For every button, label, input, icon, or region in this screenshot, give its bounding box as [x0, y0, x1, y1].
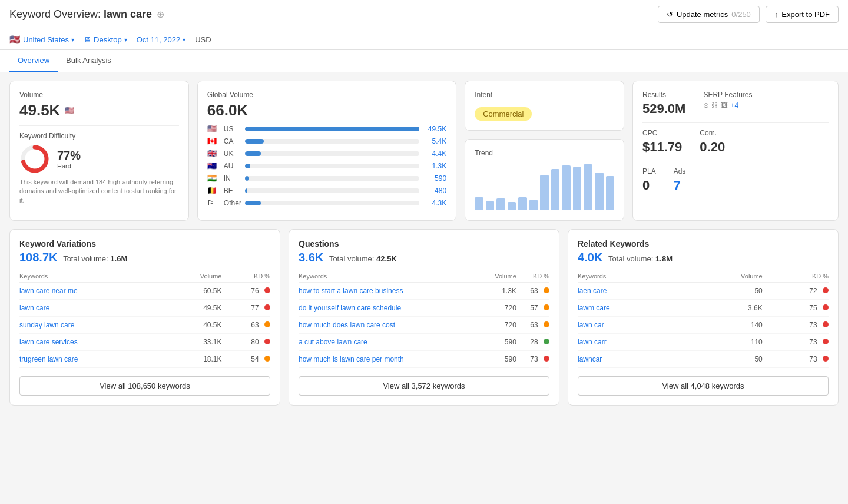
kw-link[interactable]: how to start a lawn care business [299, 287, 403, 295]
questions-count: 3.6K [299, 251, 323, 264]
kd-dot-orange [264, 356, 270, 362]
pla-label: PLA [642, 167, 656, 175]
trend-bar-chart [475, 163, 614, 210]
intent-card: Intent Commercial [465, 81, 624, 131]
kd-dot-orange [544, 304, 549, 310]
col-volume-header: Volume [167, 270, 222, 283]
col-keywords-header: Keywords [19, 270, 167, 283]
results-serp-row: Results 529.0M SERP Features ⊙ ⛓ 🖼 +4 [642, 91, 829, 117]
cpc-block: CPC $11.79 [642, 129, 682, 155]
trend-bar-13 [606, 176, 615, 210]
trend-label: Trend [475, 149, 614, 157]
kd-dot-red [264, 287, 270, 293]
kw-link[interactable]: how much is lawn care per month [299, 355, 404, 363]
col-keywords-header: Keywords [299, 270, 479, 283]
update-metrics-button[interactable]: ↺ Update metrics 0/250 [658, 6, 760, 23]
us-bar-track [245, 127, 419, 131]
questions-title: Questions [299, 239, 549, 248]
device-filter[interactable]: 🖥 Desktop ▾ [84, 35, 127, 44]
table-row: laen care 50 72 [578, 283, 829, 300]
intent-badge: Commercial [475, 107, 532, 121]
cpc-value: $11.79 [642, 140, 682, 155]
pla-value: 0 [642, 178, 656, 193]
trend-bar-3 [496, 198, 505, 210]
ads-label: Ads [674, 167, 686, 175]
kd-section: Keyword Difficulty 77% Hard This keyword… [19, 132, 179, 205]
country-filter[interactable]: 🇺🇸 United States ▾ [9, 34, 74, 45]
kw-link[interactable]: lawn car [578, 321, 604, 329]
export-pdf-button[interactable]: ↑ Export to PDF [766, 6, 839, 23]
page-title: Keyword Overview: lawn care [9, 8, 152, 21]
kw-link[interactable]: lawn care [19, 304, 49, 312]
keyword-variations-card: Keyword Variations 108.7K Total volume: … [9, 229, 280, 406]
kw-link[interactable]: lawm care [578, 304, 610, 312]
ads-block: Ads 7 [674, 167, 686, 193]
serp-location-icon: ⊙ [703, 101, 709, 110]
ads-value: 7 [674, 178, 686, 193]
tab-bulk-analysis[interactable]: Bulk Analysis [58, 50, 120, 72]
cpc-label: CPC [642, 129, 682, 137]
kw-variations-title: Keyword Variations [19, 239, 270, 248]
kw-link[interactable]: a cut above lawn care [299, 338, 367, 346]
kd-description: This keyword will demand 184 high-author… [19, 178, 179, 205]
kw-link[interactable]: do it yourself lawn care schedule [299, 304, 401, 312]
device-chevron-icon: ▾ [124, 37, 127, 43]
kd-dot-red [823, 339, 829, 344]
kw-variations-table: Keywords Volume KD % lawn care near me 6… [19, 270, 270, 368]
serp-image-icon: 🖼 [721, 101, 728, 110]
kw-link[interactable]: laen care [578, 287, 607, 295]
bottom-row: Keyword Variations 108.7K Total volume: … [9, 229, 839, 406]
kw-link[interactable]: sunday lawn care [19, 321, 74, 329]
kd-level: Hard [57, 163, 81, 170]
top-bar-left: Keyword Overview: lawn care ⊕ [9, 8, 164, 21]
view-all-kw-variations-button[interactable]: View all 108,650 keywords [19, 376, 270, 396]
kw-variations-total: Total volume: 1.6M [63, 254, 127, 263]
currency-label: USD [195, 35, 211, 44]
com-block: Com. 0.20 [700, 129, 725, 155]
table-row: lawn care near me 60.5K 76 [19, 283, 270, 300]
view-all-related-button[interactable]: View all 4,048 keywords [578, 376, 829, 396]
kd-dot-red [544, 356, 549, 362]
top-bar: Keyword Overview: lawn care ⊕ ↺ Update m… [0, 0, 848, 29]
kd-label: Keyword Difficulty [19, 132, 179, 140]
kd-dot-red [823, 287, 829, 293]
add-keyword-icon[interactable]: ⊕ [157, 9, 164, 20]
kd-dot-orange [544, 321, 549, 327]
kw-link[interactable]: lawncar [578, 355, 602, 363]
gv-row-be: 🇧🇪 BE 480 [207, 186, 446, 195]
related-keywords-table: Keywords Volume KD % laen care 50 72 law… [578, 270, 829, 368]
related-keywords-title: Related Keywords [578, 239, 829, 248]
table-row: lawncar 50 73 [578, 351, 829, 368]
kw-link[interactable]: lawn carr [578, 338, 607, 346]
kd-dot-red [823, 356, 829, 362]
trend-card: Trend [465, 139, 624, 221]
table-row: lawn car 140 73 [578, 317, 829, 334]
table-row: trugreen lawn care 18.1K 54 [19, 351, 270, 368]
col-kd-header: KD % [221, 270, 270, 283]
kw-link[interactable]: trugreen lawn care [19, 355, 78, 363]
country-chevron-icon: ▾ [71, 37, 74, 43]
table-row: sunday lawn care 40.5K 63 [19, 317, 270, 334]
trend-bar-10 [573, 167, 582, 210]
tab-overview[interactable]: Overview [9, 50, 58, 72]
kw-link[interactable]: how much does lawn care cost [299, 321, 395, 329]
kd-dot-orange [264, 321, 270, 327]
com-label: Com. [700, 129, 725, 137]
kd-dot-red [264, 304, 270, 310]
global-volume-value: 66.0K [207, 101, 446, 120]
pla-ads-row: PLA 0 Ads 7 [642, 167, 829, 193]
date-filter[interactable]: Oct 11, 2022 ▾ [137, 35, 186, 44]
gv-row-ca: 🇨🇦 CA 5.4K [207, 137, 446, 145]
trend-bar-12 [595, 173, 604, 210]
trend-bar-5 [518, 197, 527, 210]
view-all-questions-button[interactable]: View all 3,572 keywords [299, 376, 549, 396]
table-row: lawn carr 110 73 [578, 334, 829, 351]
us-bar-fill [245, 127, 419, 131]
serp-block: SERP Features ⊙ ⛓ 🖼 +4 [703, 91, 752, 117]
trend-bar-8 [551, 169, 560, 210]
kw-link[interactable]: lawn care near me [19, 287, 78, 295]
col-kd-header: KD % [516, 270, 549, 283]
table-row: lawn care 49.5K 77 [19, 300, 270, 317]
kw-link[interactable]: lawn care services [19, 338, 78, 346]
global-volume-label: Global Volume [207, 91, 446, 99]
